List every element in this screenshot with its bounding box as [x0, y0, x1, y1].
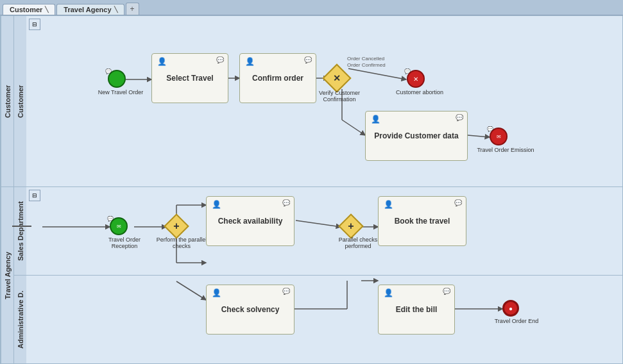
travel-agency-outer-label: Travel Agency — [1, 187, 13, 363]
verify-customer-gateway[interactable]: ✕ Verify CustomerConfirmation — [327, 68, 347, 88]
admin-dept-label: Administrative D. — [13, 276, 26, 363]
sales-dept-content: ⊟ — [26, 187, 622, 275]
admin-dept-lane: Administrative D. — [13, 276, 622, 363]
confirm-order-label: Confirm order — [252, 74, 303, 83]
perform-parallel-label: Perform the parallel checks — [156, 236, 207, 249]
travel-order-emission-label: Travel Order Emission — [477, 147, 534, 153]
travel-order-end-label: Travel Order End — [491, 318, 542, 324]
select-travel-task[interactable]: Select Travel — [151, 53, 228, 103]
customer-collapse-icon[interactable]: ⊟ — [29, 19, 40, 30]
customer-inner-label: Customer — [13, 16, 26, 186]
svg-line-13 — [296, 220, 341, 227]
travel-reception-label: Travel Order Reception — [96, 236, 153, 249]
tab-customer[interactable]: Customer ╲ — [3, 4, 55, 15]
customer-lane-content: ⊟ — [26, 16, 622, 186]
check-availability-task[interactable]: Check availability — [206, 196, 294, 246]
travel-agency-lanes: Sales Department ⊟ — [13, 187, 622, 363]
sales-dept-label: Sales Department — [13, 187, 26, 275]
svg-line-3 — [348, 69, 406, 79]
check-solvency-task[interactable]: Check solvency — [206, 285, 294, 335]
customer-outer-label: Customer — [1, 16, 13, 186]
tab-travel-agency[interactable]: Travel Agency ╲ — [56, 4, 124, 15]
provide-customer-data-label: Provide Customer data — [374, 131, 458, 140]
tab-travel-agency-label: Travel Agency — [64, 6, 111, 13]
main-content: Customer Customer ⊟ — [0, 15, 623, 364]
provide-customer-data-task[interactable]: Provide Customer data 💬 — [365, 111, 468, 161]
perform-parallel-gateway[interactable]: + Perform the parallel checks — [167, 217, 185, 235]
confirm-order-task[interactable]: Confirm order — [239, 53, 316, 103]
customer-abortion-label: Customer abortion — [394, 89, 445, 95]
new-travel-order-label: New Travel Order — [95, 89, 146, 95]
svg-line-5 — [342, 120, 365, 135]
book-travel-task[interactable]: Book the travel — [378, 196, 466, 246]
tab-bar: Customer ╲ Travel Agency ╲ + — [0, 0, 623, 15]
sales-collapse-icon[interactable]: ⊟ — [29, 190, 40, 201]
svg-line-15 — [176, 281, 206, 300]
verify-customer-label: Verify CustomerConfirmation — [311, 90, 368, 103]
svg-line-6 — [468, 135, 490, 137]
parallel-done-gateway[interactable]: + Parallel checks performed — [342, 217, 360, 235]
entry-line — [12, 226, 31, 227]
order-status-labels: Order CancelledOrder Confirmed — [347, 56, 386, 69]
check-availability-label: Check availability — [218, 217, 283, 226]
customer-section: Customer Customer ⊟ — [0, 15, 623, 187]
edit-bill-label: Edit the bill — [396, 305, 438, 314]
travel-section: Travel Agency Sales Department ⊟ — [0, 187, 623, 364]
tab-add-button[interactable]: + — [126, 3, 139, 15]
check-solvency-label: Check solvency — [221, 305, 280, 314]
select-travel-label: Select Travel — [166, 74, 213, 83]
sales-dept-lane: Sales Department ⊟ — [13, 187, 622, 276]
book-travel-label: Book the travel — [395, 217, 450, 226]
edit-bill-task[interactable]: Edit the bill — [378, 285, 455, 335]
travel-order-end-circle[interactable]: ● — [502, 300, 519, 317]
admin-dept-content: Check solvency Edit the bill ● Travel Or… — [26, 276, 622, 363]
tab-customer-label: Customer — [10, 6, 42, 13]
